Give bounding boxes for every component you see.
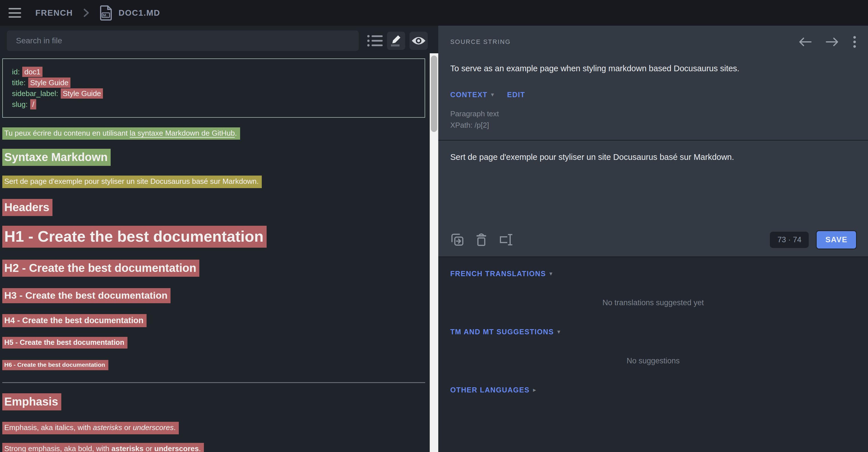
frontmatter-key: slug: [12,100,28,108]
save-button[interactable]: SAVE [817,231,856,249]
copy-source-icon [450,232,465,247]
heading-emphasis[interactable]: Emphasis [2,393,61,410]
svg-text:M↓: M↓ [103,13,108,18]
delete-translation-button[interactable] [475,233,487,247]
search-input[interactable] [7,31,359,51]
frontmatter-key: sidebar_label: [12,89,58,98]
more-options-button[interactable] [853,36,856,48]
suggestions-section: FRENCH TRANSLATIONS ▾ No translations su… [438,257,868,452]
pencil-icon [390,34,402,47]
context-toggle[interactable]: CONTEXT [450,91,488,99]
frontmatter-row: title:Style Guide [12,77,415,88]
chevron-down-icon: ▾ [549,270,552,277]
emphasis-italic-word: underscores [133,423,174,432]
strong-text: Strong emphasis, aka bold, with [4,444,112,452]
emphasis-italic-word: asterisks [93,423,122,432]
arrow-left-icon [799,37,811,47]
eye-icon [411,36,426,46]
insert-tag-button[interactable] [498,233,514,247]
chevron-right-icon: ▸ [533,386,536,393]
top-bar: FRENCH M↓ DOC1.MD [0,0,868,26]
character-counter: 73 · 74 [770,232,809,248]
markdown-file-icon: M↓ [100,5,113,21]
emphasis-text: Emphasis, aka italics, with [4,423,93,432]
translation-editor-section: Sert de page d'exemple pour styliser un … [438,140,868,257]
emphasis-paragraph[interactable]: Emphasis, aka italics, with asterisks or… [2,422,179,434]
frontmatter-row: slug:/ [12,99,415,110]
heading-h2[interactable]: H2 - Create the best documentation [2,260,199,277]
string-list-button[interactable] [367,34,383,47]
strong-text: or [144,444,155,452]
file-preview-panel: id:doc1 title:Style Guide sidebar_label:… [0,26,438,452]
kebab-menu-icon [853,36,856,48]
context-type: Paragraph text [450,108,856,120]
main-layout: id:doc1 title:Style Guide sidebar_label:… [0,26,868,452]
strong-emphasis-paragraph[interactable]: Strong emphasis, aka bold, with asterisk… [2,443,204,452]
frontmatter-key: title: [12,78,26,87]
emphasis-text: . [174,423,176,432]
horizontal-rule [2,382,425,383]
previous-string-button[interactable] [799,37,811,47]
context-xpath: XPath: /p[2] [450,120,856,131]
frontmatter-block: id:doc1 title:Style Guide sidebar_label:… [2,58,425,118]
selected-string-paragraph[interactable]: Sert de page d'exemple pour styliser un … [2,175,262,188]
other-languages-toggle[interactable]: OTHER LANGUAGES [450,386,529,394]
breadcrumb-file[interactable]: DOC1.MD [119,8,160,18]
strong-bold-word: asterisks [112,444,144,452]
frontmatter-value[interactable]: / [30,99,36,109]
list-icon [367,34,383,47]
document-content: id:doc1 title:Style Guide sidebar_label:… [0,58,438,452]
strong-bold-word: underscores [154,444,199,452]
breadcrumb-project[interactable]: FRENCH [35,8,73,18]
edit-mode-button[interactable] [387,32,405,50]
frontmatter-key: id: [12,68,20,76]
arrow-right-icon [826,37,839,47]
intro-period: . [235,129,237,137]
source-string-title: SOURCE STRING [450,38,511,45]
intro-paragraph[interactable]: Tu peux écrire du contenu en utilisant l… [2,127,240,140]
next-string-button[interactable] [826,37,839,47]
intro-link[interactable]: la syntaxe Markdown de GitHub [130,129,235,137]
heading-headers[interactable]: Headers [2,199,53,216]
source-string-text: To serve as an example page when styling… [450,63,856,74]
no-translations-message: No translations suggested yet [450,298,856,307]
edit-context-button[interactable]: EDIT [507,91,525,99]
trash-icon [475,233,487,247]
scrollbar-thumb[interactable] [431,56,437,132]
breadcrumb-chevron-icon [83,7,90,18]
source-string-section: SOURCE STRING To serve as an example pag… [438,26,868,140]
emphasis-text: or [122,423,133,432]
menu-icon[interactable] [8,8,21,18]
frontmatter-row: sidebar_label:Style Guide [12,88,415,99]
chevron-down-icon: ▾ [557,328,560,335]
chevron-down-icon: ▾ [491,91,494,98]
strong-text: . [199,444,201,452]
heading-syntaxe-markdown[interactable]: Syntaxe Markdown [2,149,111,166]
heading-h6[interactable]: H6 - Create the best documentation [2,360,108,370]
french-translations-toggle[interactable]: FRENCH TRANSLATIONS [450,269,546,278]
no-suggestions-message: No suggestions [450,357,856,365]
intro-text: Tu peux écrire du contenu en utilisant [4,129,130,137]
frontmatter-value[interactable]: doc1 [22,67,42,77]
frontmatter-value[interactable]: Style Guide [28,77,70,88]
frontmatter-value[interactable]: Style Guide [61,88,103,99]
insert-source-button[interactable] [450,232,465,247]
preview-mode-button[interactable] [409,32,428,50]
heading-h4[interactable]: H4 - Create the best documentation [2,314,147,327]
text-cursor-field-icon [498,233,514,247]
heading-h3[interactable]: H3 - Create the best documentation [2,288,170,303]
tm-mt-suggestions-toggle[interactable]: TM AND MT SUGGESTIONS [450,328,554,336]
frontmatter-row: id:doc1 [12,66,415,77]
file-toolbar [0,26,438,57]
heading-h1[interactable]: H1 - Create the best documentation [2,226,267,248]
heading-h5[interactable]: H5 - Create the best documentation [2,337,127,349]
translation-input[interactable]: Sert de page d'exemple pour styliser un … [450,152,856,202]
document-scrollbar[interactable] [430,53,438,452]
translation-panel: SOURCE STRING To serve as an example pag… [438,26,868,452]
